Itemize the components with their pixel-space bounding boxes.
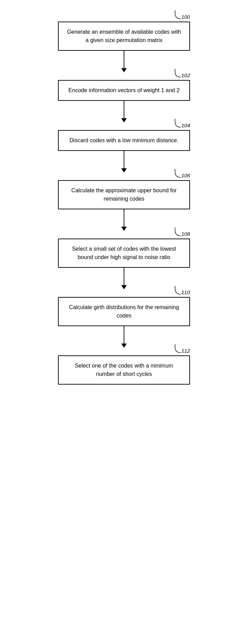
step-text-100: Generate an ensemble of available codes … [67,29,181,43]
step-container-100: 100 Generate an ensemble of available co… [34,14,214,51]
arrow-5-6 [121,326,127,348]
arrow-4-5 [121,268,127,289]
arrow-0-1 [121,51,127,72]
step-box-112: Select one of the codes with a minimum n… [58,355,190,385]
flowchart: 100 Generate an ensemble of available co… [34,14,214,385]
step-text-104: Discard codes with a low minimum distanc… [69,137,179,143]
step-container-112: 112 Select one of the codes with a minim… [34,348,214,385]
step-box-108: Select a small set of codes with the low… [58,239,190,268]
step-box-110: Calculate girth distributions for the re… [58,297,190,326]
step-box-104: Discard codes with a low minimum distanc… [58,130,190,151]
step-text-106: Calculate the approximate upper bound fo… [71,187,176,202]
step-box-106: Calculate the approximate upper bound fo… [58,180,190,209]
step-text-112: Select one of the codes with a minimum n… [75,363,173,377]
step-text-110: Calculate girth distributions for the re… [69,304,179,319]
arrow-3-4 [121,209,127,231]
step-container-106: 106 Calculate the approximate upper boun… [34,172,214,209]
step-box-102: Encode information vectors of weight 1 a… [58,80,190,101]
step-container-110: 110 Calculate girth distributions for th… [34,289,214,326]
arrow-2-3 [121,151,127,172]
step-text-108: Select a small set of codes with the low… [72,246,176,260]
step-text-102: Encode information vectors of weight 1 a… [68,87,180,93]
step-container-102: 102 Encode information vectors of weight… [34,72,214,101]
step-container-104: 104 Discard codes with a low minimum dis… [34,122,214,151]
step-container-108: 108 Select a small set of codes with the… [34,231,214,268]
arrow-1-2 [121,101,127,122]
step-box-100: Generate an ensemble of available codes … [58,22,190,51]
